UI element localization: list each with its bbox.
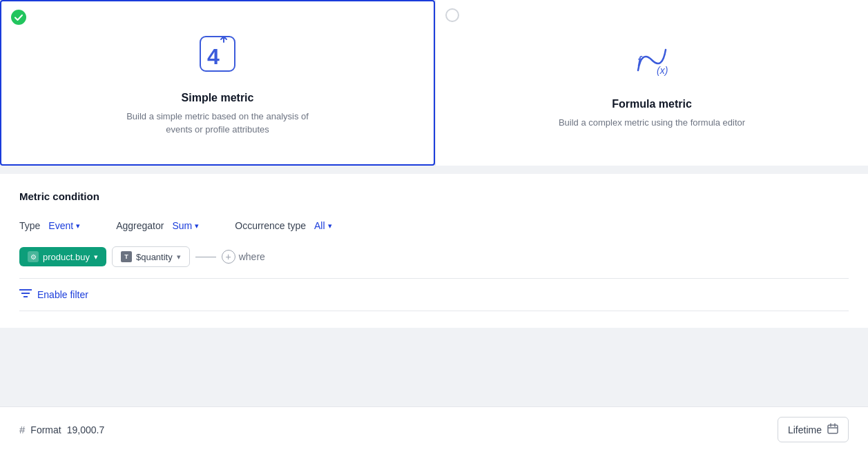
where-button[interactable]: + where xyxy=(222,250,265,264)
metric-type-section: 4 Simple metric Build a simple metric ba… xyxy=(0,0,868,166)
svg-rect-8 xyxy=(828,425,838,433)
type-label: Type xyxy=(19,220,40,231)
quantity-chevron-icon: ▾ xyxy=(177,253,181,262)
svg-text:(x): (x) xyxy=(657,65,668,76)
metric-condition-section: Metric condition Type Event ▾ Aggregator… xyxy=(0,174,868,328)
event-badge-label: product.buy xyxy=(43,252,90,262)
plus-circle-icon: + xyxy=(222,250,235,264)
metric-condition-title: Metric condition xyxy=(19,190,849,202)
type-chevron-icon: ▾ xyxy=(76,222,80,230)
aggregator-label: Aggregator xyxy=(116,220,164,231)
check-icon xyxy=(11,10,26,25)
svg-text:4: 4 xyxy=(207,44,220,69)
quantity-badge-label: $quantity xyxy=(136,252,173,262)
lifetime-button[interactable]: Lifetime xyxy=(778,417,849,442)
calendar-icon xyxy=(827,423,838,436)
event-row: ⚙ product.buy ▾ T $quantity ▾ + where xyxy=(19,246,849,267)
format-label: Format xyxy=(30,424,61,435)
event-badge[interactable]: ⚙ product.buy ▾ xyxy=(19,247,106,266)
occurrence-type-value: All xyxy=(314,220,325,231)
simple-metric-card[interactable]: 4 Simple metric Build a simple metric ba… xyxy=(0,0,435,166)
svg-text:f: f xyxy=(637,54,643,69)
simple-metric-desc: Build a simple metric based on the analy… xyxy=(114,110,321,137)
formula-metric-card[interactable]: (x) f Formula metric Build a complex met… xyxy=(435,0,868,166)
enable-filter-row[interactable]: Enable filter xyxy=(19,278,849,311)
lifetime-label: Lifetime xyxy=(788,424,822,435)
format-display: # Format 19,000.7 xyxy=(19,424,104,435)
quantity-badge[interactable]: T $quantity ▾ xyxy=(112,246,190,267)
bottom-bar: # Format 19,000.7 Lifetime xyxy=(0,406,868,452)
formula-metric-desc: Build a complex metric using the formula… xyxy=(559,116,745,130)
formula-radio[interactable] xyxy=(445,8,459,22)
where-label: where xyxy=(239,251,265,262)
formula-metric-icon: (x) f xyxy=(628,36,676,87)
occurrence-type-label: Occurrence type xyxy=(235,220,306,231)
hash-icon: # xyxy=(19,424,25,435)
simple-metric-icon: 4 xyxy=(193,30,242,81)
aggregator-chevron-icon: ▾ xyxy=(195,222,199,230)
type-dropdown[interactable]: Event ▾ xyxy=(46,219,83,233)
filter-type-row: Type Event ▾ Aggregator Sum ▾ Occurrence… xyxy=(19,219,849,233)
type-value: Event xyxy=(48,220,73,231)
format-value: 19,000.7 xyxy=(67,424,105,435)
formula-metric-title: Formula metric xyxy=(612,98,692,110)
simple-metric-title: Simple metric xyxy=(182,92,254,104)
connector-line xyxy=(195,257,216,257)
aggregator-value: Sum xyxy=(172,220,192,231)
event-badge-chevron-icon: ▾ xyxy=(94,253,98,262)
occurrence-type-dropdown[interactable]: All ▾ xyxy=(311,219,335,233)
svg-point-0 xyxy=(11,10,26,25)
occurrence-type-chevron-icon: ▾ xyxy=(328,222,332,230)
aggregator-dropdown[interactable]: Sum ▾ xyxy=(169,219,202,233)
quantity-type-icon: T xyxy=(121,251,132,262)
enable-filter-label: Enable filter xyxy=(37,289,88,300)
event-badge-icon: ⚙ xyxy=(28,251,39,262)
filter-icon xyxy=(19,288,32,301)
